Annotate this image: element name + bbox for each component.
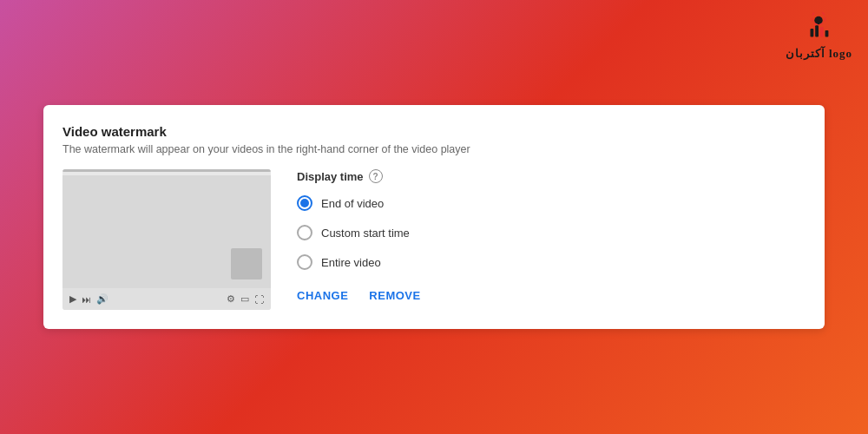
radio-circle-entire-video — [297, 254, 312, 270]
radio-custom-start-time[interactable]: Custom start time — [297, 225, 800, 240]
logo-icon — [802, 12, 835, 45]
help-icon[interactable]: ? — [369, 169, 383, 183]
display-time-label: Display time ? — [297, 169, 800, 183]
card-body: ▶ ⏭ 🔊 ⚙ ▭ ⛶ Display time ? — [62, 169, 800, 310]
svg-rect-3 — [820, 27, 824, 36]
next-icon[interactable]: ⏭ — [82, 294, 91, 305]
logo-text: آکتربان logo — [786, 47, 852, 61]
svg-rect-1 — [811, 29, 814, 37]
svg-rect-2 — [816, 25, 819, 36]
miniplayer-icon[interactable]: ▭ — [240, 293, 249, 305]
radio-label-custom-start-time: Custom start time — [321, 227, 410, 240]
logo-area: آکتربان logo — [786, 12, 852, 61]
radio-end-of-video[interactable]: End of video — [297, 195, 800, 211]
radio-group: End of video Custom start time Entire vi… — [297, 195, 800, 270]
controls-left: ▶ ⏭ 🔊 — [69, 293, 108, 305]
video-controls-bar: ▶ ⏭ 🔊 ⚙ ▭ ⛶ — [62, 288, 271, 310]
radio-circle-end-of-video — [297, 195, 312, 211]
card-title: Video watermark — [62, 124, 800, 139]
remove-button[interactable]: REMOVE — [369, 289, 420, 302]
radio-entire-video[interactable]: Entire video — [297, 254, 800, 270]
controls-right: ⚙ ▭ ⛶ — [227, 293, 264, 305]
display-settings-panel: Display time ? End of video Custom start… — [297, 169, 800, 302]
radio-label-entire-video: Entire video — [321, 256, 381, 269]
radio-inner-end-of-video — [300, 199, 309, 207]
play-icon[interactable]: ▶ — [69, 293, 76, 305]
watermark-card: Video watermark The watermark will appea… — [43, 105, 825, 329]
radio-label-end-of-video: End of video — [321, 197, 384, 210]
video-player-preview: ▶ ⏭ 🔊 ⚙ ▭ ⛶ — [62, 169, 271, 310]
fullscreen-icon[interactable]: ⛶ — [254, 294, 264, 305]
radio-circle-custom-start-time — [297, 225, 312, 240]
svg-rect-4 — [825, 30, 829, 37]
video-screen — [62, 175, 271, 288]
volume-icon[interactable]: 🔊 — [96, 293, 108, 305]
video-progress-bar[interactable] — [62, 169, 271, 172]
settings-icon[interactable]: ⚙ — [227, 293, 235, 305]
card-subtitle: The watermark will appear on your videos… — [62, 143, 800, 155]
change-button[interactable]: CHANGE — [297, 289, 348, 302]
action-buttons: CHANGE REMOVE — [297, 289, 800, 302]
watermark-thumbnail — [231, 248, 262, 279]
